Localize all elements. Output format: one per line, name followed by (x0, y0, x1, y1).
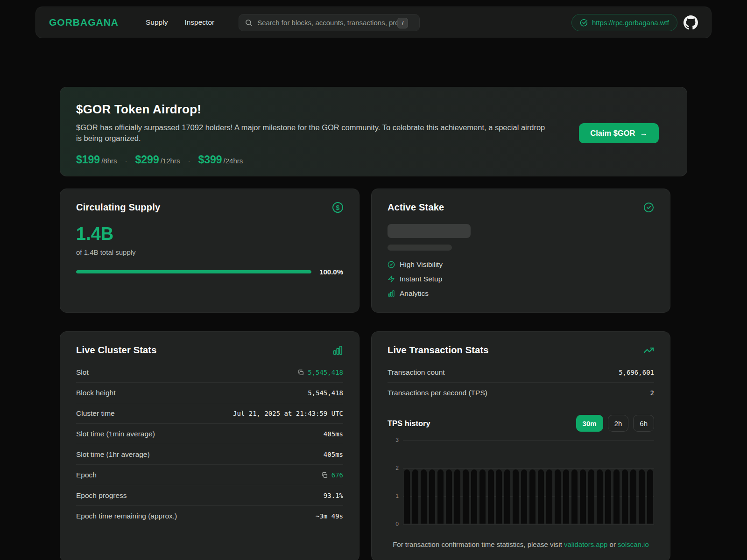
tier-price: $199 (76, 154, 100, 166)
tps-bar (421, 469, 427, 524)
stat-label: Slot time (1hr average) (76, 450, 150, 459)
live-cluster-stats-card: Live Cluster Stats Slot 5,545,418 Block … (60, 331, 359, 560)
tps-bar (605, 469, 611, 524)
stat-row-block-height: Block height 5,545,418 (76, 383, 343, 403)
stat-row-tx-count: Transaction count 5,696,601 (388, 362, 654, 383)
tps-history-chart: 3210 (388, 440, 654, 524)
tps-bar (479, 469, 486, 524)
nav-wrapper: GORBAGANA Supply Inspector / https://rpc… (0, 0, 747, 38)
tps-bar (647, 469, 653, 524)
tps-bar (446, 469, 452, 524)
top-nav: GORBAGANA Supply Inspector / https://rpc… (35, 7, 712, 38)
live-transaction-stats-card: Live Transaction Stats Transaction count… (371, 331, 670, 560)
y-tick-label: 3 (395, 437, 399, 443)
search-box[interactable]: / (239, 14, 420, 31)
tps-value: 2 (650, 389, 654, 397)
check-circle-icon (388, 261, 395, 268)
circulating-supply-card: Circulating Supply $ 1.4B of 1.4B total … (60, 189, 359, 313)
slash-shortcut-badge: / (397, 18, 408, 28)
nav-link-inspector[interactable]: Inspector (184, 18, 214, 27)
nav-links: Supply Inspector (146, 18, 214, 27)
arrow-right-icon: → (640, 129, 648, 138)
epoch-value[interactable]: 676 (331, 471, 343, 479)
claim-button-label: Claim $GOR (590, 129, 635, 138)
chart-footer-note: For transaction confirmation time statis… (388, 540, 654, 548)
y-tick-label: 0 (395, 521, 399, 527)
feature-analytics: Analytics (388, 289, 654, 298)
validators-link[interactable]: validators.app (564, 540, 607, 548)
search-input[interactable] (257, 19, 414, 27)
tps-bar (496, 469, 502, 524)
supply-percent: 100.0% (319, 268, 343, 276)
rpc-url: https://rpc.gorbagana.wtf (592, 19, 669, 27)
range-button-2h[interactable]: 2h (608, 415, 629, 432)
stat-row-epoch: Epoch 676 (76, 465, 343, 485)
footer-text: For transaction confirmation time statis… (393, 540, 564, 548)
tps-bar (529, 469, 536, 524)
cards-row-1: Circulating Supply $ 1.4B of 1.4B total … (60, 189, 687, 313)
tps-bar (613, 469, 620, 524)
bar-chart-icon (388, 290, 395, 297)
stake-features: High Visibility Instant Setup Analytics (388, 260, 654, 298)
tps-bar (639, 469, 645, 524)
stat-row-tps: Transactions per second (TPS) 2 (388, 383, 654, 403)
tier-duration: /24hrs (224, 157, 243, 165)
range-button-30m[interactable]: 30m (576, 415, 603, 432)
nav-right: https://rpc.gorbagana.wtf (571, 14, 698, 31)
epoch-remaining-value: ~3m 49s (316, 512, 343, 520)
tps-bar (429, 469, 435, 524)
stat-label: Transactions per second (TPS) (388, 389, 487, 397)
stat-label: Cluster time (76, 409, 115, 418)
github-icon[interactable] (684, 15, 698, 30)
cluster-time-value: Jul 21, 2025 at 21:43:59 UTC (233, 410, 343, 417)
trending-up-icon (643, 345, 654, 356)
tps-bar (463, 469, 469, 524)
check-circle-icon (643, 202, 654, 213)
stat-row-epoch-progress: Epoch progress 93.1% (76, 485, 343, 506)
tps-bar (555, 469, 561, 524)
solscan-link[interactable]: solscan.io (618, 540, 649, 548)
nav-link-supply[interactable]: Supply (146, 18, 168, 27)
stat-row-slot-time-1min: Slot time (1min average) 405ms (76, 424, 343, 444)
tier-separator: · (125, 157, 127, 165)
rpc-endpoint-pill[interactable]: https://rpc.gorbagana.wtf (571, 14, 677, 31)
claim-gor-button[interactable]: Claim $GOR → (579, 123, 659, 143)
tps-bar (471, 469, 477, 524)
banner-description: $GOR has officially surpassed 17092 hold… (76, 122, 552, 144)
tps-bar (404, 469, 410, 524)
copy-icon[interactable] (321, 472, 328, 478)
chart-y-axis: 3210 (388, 440, 399, 524)
tx-count-value: 5,696,601 (619, 369, 654, 376)
check-circle-icon (580, 19, 588, 27)
tps-bar (546, 469, 552, 524)
tps-bar (597, 469, 603, 524)
copy-icon[interactable] (297, 369, 304, 376)
price-tiers: $199 /8hrs · $299 /12hrs · $399 /24hrs (76, 154, 671, 166)
slot-value[interactable]: 5,545,418 (308, 369, 343, 376)
lightning-icon (388, 275, 395, 283)
footer-text: or (607, 540, 618, 548)
slot-time-1min-value: 405ms (324, 430, 343, 438)
tps-history-title: TPS history (388, 419, 430, 428)
block-height-value: 5,545,418 (308, 389, 343, 397)
stat-label: Epoch time remaining (approx.) (76, 512, 177, 520)
feature-label: Analytics (400, 289, 429, 298)
tps-bar (563, 469, 569, 524)
tps-bar (412, 469, 418, 524)
tps-bar (580, 469, 586, 524)
logo[interactable]: GORBAGANA (49, 17, 119, 28)
bar-chart-icon (332, 345, 343, 356)
tps-history-header: TPS history 30m 2h 6h (388, 415, 654, 432)
cards-row-2: Live Cluster Stats Slot 5,545,418 Block … (60, 331, 687, 560)
stat-row-epoch-remaining: Epoch time remaining (approx.) ~3m 49s (76, 506, 343, 526)
tier-price: $399 (198, 154, 222, 166)
tps-bar (437, 469, 444, 524)
tps-range-buttons: 30m 2h 6h (576, 415, 654, 432)
banner-title: $GOR Token Airdrop! (76, 102, 671, 117)
gridline (403, 524, 654, 525)
card-title: Live Transaction Stats (388, 345, 489, 356)
feature-label: Instant Setup (400, 275, 442, 283)
range-button-6h[interactable]: 6h (633, 415, 654, 432)
chart-plot-area (403, 440, 654, 524)
stat-row-slot-time-1hr: Slot time (1hr average) 405ms (76, 444, 343, 465)
